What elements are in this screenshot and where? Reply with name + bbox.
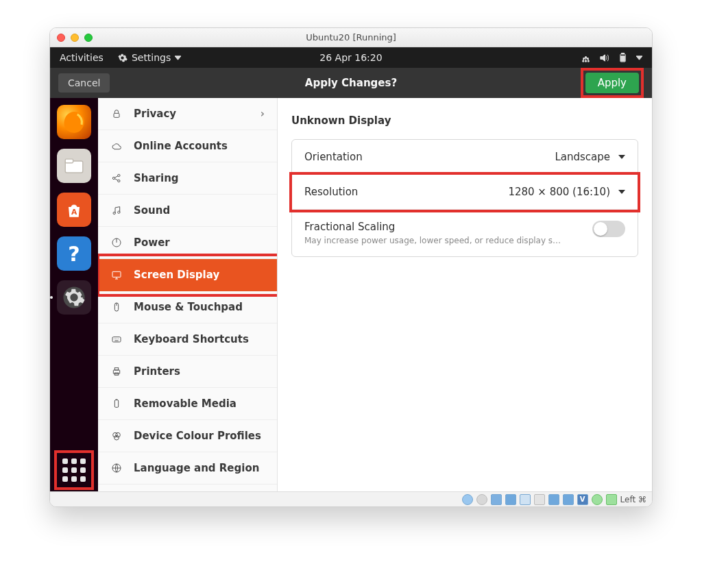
sidebar-item-printers[interactable]: Printers [98, 356, 277, 388]
chevron-down-icon [618, 155, 625, 159]
sidebar-item-power[interactable]: Power [98, 227, 277, 259]
share-icon [110, 172, 123, 184]
chevron-down-icon [175, 53, 181, 63]
sidebar-item-removable-media[interactable]: Removable Media [98, 388, 277, 420]
virtualbox-statusbar: V Left ⌘ [50, 491, 652, 506]
row-orientation[interactable]: Orientation Landscape [292, 140, 638, 175]
sidebar-item-mouse-touchpad[interactable]: Mouse & Touchpad [98, 291, 277, 323]
dock-firefox[interactable] [57, 105, 91, 139]
display-card: Orientation Landscape Resolution 1280 × … [291, 139, 638, 257]
vb-hostkey-label: Left ⌘ [620, 495, 646, 504]
keyboard-icon [110, 333, 123, 345]
svg-rect-19 [114, 368, 118, 370]
chevron-right-icon: › [261, 108, 265, 120]
sidebar-item-label: Language and Region [134, 462, 259, 474]
vb-display-icon[interactable] [534, 494, 545, 505]
svg-rect-2 [621, 56, 625, 61]
svg-rect-17 [112, 337, 121, 342]
svg-point-11 [118, 180, 120, 182]
vb-optical-icon[interactable] [476, 494, 487, 505]
settings-sidebar: Privacy›Online AccountsSharingSoundPower… [98, 98, 278, 491]
network-icon[interactable] [581, 53, 591, 63]
vb-usb-icon[interactable] [491, 494, 502, 505]
power-icon [110, 236, 123, 249]
fractional-toggle[interactable] [592, 221, 625, 237]
vb-cpu-icon[interactable] [592, 494, 603, 505]
sidebar-item-label: Power [134, 236, 170, 249]
dock-files[interactable] [57, 149, 91, 183]
music-icon [110, 204, 123, 217]
cloud-icon [110, 140, 123, 152]
chevron-down-icon[interactable] [636, 53, 642, 63]
headerbar: Cancel Apply Changes? Apply [50, 68, 652, 98]
dock-software[interactable]: A [57, 193, 91, 227]
svg-rect-1 [622, 53, 625, 54]
resolution-value: 1280 × 800 (16:10) [508, 186, 610, 198]
sidebar-item-sound[interactable]: Sound [98, 195, 277, 227]
sidebar-item-language-and-region[interactable]: Language and Region [98, 452, 277, 485]
sidebar-item-sharing[interactable]: Sharing [98, 162, 277, 195]
vb-record-icon[interactable] [548, 494, 559, 505]
sidebar-item-privacy[interactable]: Privacy› [98, 98, 277, 130]
printer-icon [110, 365, 123, 378]
globe-icon [110, 462, 123, 474]
folder-icon [62, 154, 86, 177]
shopping-bag-icon: A [63, 199, 85, 221]
row-fractional-scaling: Fractional Scaling May increase power us… [292, 210, 638, 256]
svg-point-10 [118, 174, 120, 176]
vb-clipboard-icon[interactable]: V [577, 494, 588, 505]
activities-button[interactable]: Activities [60, 52, 104, 63]
vb-network-icon[interactable] [505, 494, 516, 505]
orientation-label: Orientation [304, 151, 363, 163]
svg-point-13 [118, 211, 120, 213]
volume-icon[interactable] [599, 53, 609, 63]
app-menu[interactable]: Settings [117, 52, 181, 63]
gear-icon [117, 53, 128, 63]
svg-point-23 [116, 432, 121, 437]
svg-rect-8 [114, 113, 119, 117]
display-panel: Unknown Display Orientation Landscape Re… [278, 98, 652, 491]
apply-button[interactable]: Apply [585, 73, 639, 93]
vb-shared-icon[interactable] [520, 494, 531, 505]
dock-help[interactable]: ? [57, 236, 91, 271]
sidebar-item-screen-display[interactable]: Screen Display [98, 259, 277, 291]
display-section-title: Unknown Display [291, 114, 638, 127]
sidebar-item-label: Sharing [134, 172, 179, 184]
resolution-label: Resolution [304, 186, 358, 198]
svg-rect-15 [112, 271, 121, 277]
question-icon: ? [68, 242, 80, 266]
fractional-label: Fractional Scaling [304, 221, 565, 233]
sidebar-item-label: Device Colour Profiles [134, 430, 261, 442]
sidebar-item-device-colour-profiles[interactable]: Device Colour Profiles [98, 420, 277, 452]
cancel-button[interactable]: Cancel [58, 73, 110, 93]
sidebar-item-label: Privacy [134, 108, 176, 120]
sidebar-item-keyboard-shortcuts[interactable]: Keyboard Shortcuts [98, 323, 277, 356]
removable-icon [110, 397, 123, 410]
svg-rect-18 [113, 370, 119, 373]
lock-icon [110, 108, 123, 120]
gnome-topbar: Activities Settings 26 Apr 16:20 [50, 47, 652, 68]
vb-audio-icon[interactable] [563, 494, 574, 505]
sidebar-item-label: Screen Display [134, 269, 219, 281]
gear-icon [62, 286, 86, 309]
chevron-down-icon [618, 190, 625, 194]
host-window: Ubuntu20 [Running] Activities Settings 2… [49, 27, 653, 507]
sidebar-item-label: Sound [134, 204, 170, 217]
sidebar-item-label: Online Accounts [134, 140, 228, 152]
sidebar-item-online-accounts[interactable]: Online Accounts [98, 130, 277, 162]
row-resolution[interactable]: Resolution 1280 × 800 (16:10) [292, 175, 638, 210]
sidebar-item-label: Removable Media [134, 397, 237, 410]
headerbar-title: Apply Changes? [50, 77, 652, 89]
vb-hostkey-icon[interactable] [606, 494, 617, 505]
color-icon [110, 430, 123, 442]
dock-show-applications[interactable] [58, 454, 90, 486]
dock-settings[interactable] [57, 280, 91, 315]
svg-text:A: A [71, 208, 77, 217]
svg-point-24 [114, 435, 119, 440]
orientation-value: Landscape [555, 151, 610, 163]
display-icon [110, 269, 123, 281]
host-titlebar: Ubuntu20 [Running] [50, 28, 652, 47]
app-menu-label: Settings [132, 52, 171, 63]
vb-disk-icon[interactable] [462, 494, 473, 505]
battery-icon[interactable] [618, 53, 628, 63]
